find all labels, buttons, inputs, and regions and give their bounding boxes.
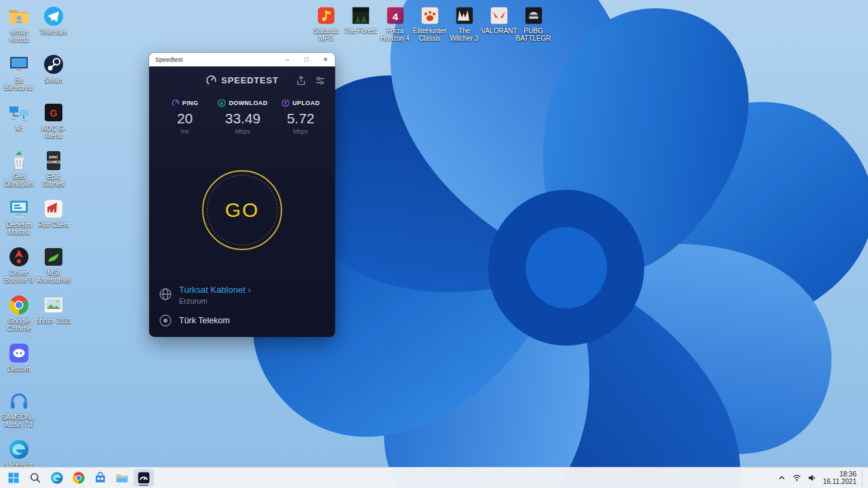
go-button[interactable]: GO <box>202 170 282 250</box>
desktop-icon-column-1: orhan yilmazBu BilgisayarAğGeri Dönüşüm … <box>1 3 37 484</box>
desktop-icon-saltanat[interactable]: Saltanat MP3 <box>309 3 343 47</box>
desktop-icon-riot-client[interactable]: Riot Client <box>36 195 71 243</box>
desktop-icon-label: Geri Dönüşüm Kutusu <box>1 173 37 188</box>
desktop: orhan yilmazBu BilgisayarAğGeri Dönüşüm … <box>0 0 868 488</box>
go-label: GO <box>225 199 260 222</box>
desktop-icon-aoc-gmenu[interactable]: GAOC G-Menu <box>36 99 71 147</box>
desktop-icon-label: Driver Booster 9 <box>1 269 37 284</box>
isp-row[interactable]: Turksat Kablonet › Erzurum <box>159 283 326 305</box>
desktop-icon-control-panel[interactable]: Denetim Masası <box>1 195 37 243</box>
desktop-icon-this-pc[interactable]: Bu Bilgisayar <box>1 51 37 99</box>
desktop-icon-msi-afterburner[interactable]: MSI Afterburner <box>36 243 71 291</box>
desktop-icon-label: PUBG BATTLEGR... <box>516 27 551 42</box>
photo-icon <box>43 294 64 316</box>
window-title: Speedtest <box>149 56 278 63</box>
taskbar-file-explorer-app[interactable] <box>112 469 132 487</box>
maximize-button[interactable]: □ <box>297 53 316 66</box>
share-button[interactable] <box>296 75 308 87</box>
taskbar-search-button[interactable] <box>25 469 45 487</box>
desktop-icon-label: The Forest <box>344 27 376 35</box>
desktop-icon-steam[interactable]: Steam <box>36 51 71 99</box>
forest-icon <box>351 5 371 26</box>
desktop-icon-headphones[interactable]: SAMSON... Audio 7.1 <box>1 388 37 436</box>
headphones-icon <box>8 390 30 412</box>
desktop-icon-label: The Witcher 3 Wild Hunt <box>447 27 481 43</box>
search-icon <box>28 471 42 485</box>
clock[interactable]: 18:36 16.11.2021 <box>823 470 856 485</box>
taskbar-start-button[interactable] <box>3 469 24 487</box>
this-pc-icon <box>8 54 30 75</box>
forza-icon: 4 <box>385 5 406 26</box>
network-icon <box>8 102 30 123</box>
taskbar: 18:36 16.11.2021 <box>0 467 868 488</box>
svg-text:G: G <box>50 108 58 119</box>
desktop-icon-forza[interactable]: 4Forza Horizon 4 <box>378 3 412 47</box>
taskbar-speedtest-app[interactable] <box>134 469 154 487</box>
desktop-icon-chrome[interactable]: Google Chrome <box>1 291 37 340</box>
close-button[interactable]: ✕ <box>316 53 335 66</box>
server-name: Türk Telekom <box>179 316 230 325</box>
desktop-icon-label: Bu Bilgisayar <box>1 77 37 92</box>
desktop-icon-column-2: TelegramSteamGAOC G-MenuEPICGAMESEpic Ga… <box>36 3 71 340</box>
desktop-icon-network[interactable]: Ağ <box>1 99 37 147</box>
desktop-icon-label: orhan yilmaz <box>1 28 37 43</box>
speedtest-brand: SPEEDTEST <box>221 75 279 85</box>
system-tray: 18:36 16.11.2021 <box>774 469 865 487</box>
minimize-button[interactable]: – <box>278 53 297 66</box>
stat-value: 20 <box>177 110 193 127</box>
network-icon[interactable] <box>789 469 804 487</box>
svg-text:EPIC: EPIC <box>50 155 58 159</box>
isp-location: Erzurum <box>179 297 251 305</box>
server-row[interactable]: Türk Telekom <box>159 314 326 327</box>
show-desktop-button[interactable] <box>862 469 865 487</box>
taskbar-store-app[interactable] <box>90 469 111 487</box>
desktop-icon-pubg[interactable]: PUBG BATTLEGR... <box>516 3 551 47</box>
taskbar-edge-app[interactable] <box>47 469 67 487</box>
isp-chevron-icon: › <box>248 285 250 295</box>
desktop-icon-elitehunter[interactable]: EliteHunter Classis <box>412 3 447 47</box>
hidden-icons-chevron[interactable] <box>774 469 789 487</box>
stat-label: PING <box>182 100 199 106</box>
stat-unit: ms <box>181 128 189 135</box>
connection-info: Turksat Kablonet › Erzurum Türk Telekom <box>159 283 326 327</box>
stat-unit: Mbps <box>293 128 308 135</box>
desktop-icon-user-folder[interactable]: orhan yilmaz <box>1 3 37 51</box>
desktop-icon-label: photo_2021_... <box>36 317 71 325</box>
upload-icon <box>281 99 290 107</box>
window-titlebar[interactable]: Speedtest – □ ✕ <box>149 53 335 66</box>
volume-icon[interactable] <box>804 469 819 487</box>
desktop-icon-label: Epic Games Launcher <box>36 173 71 188</box>
desktop-icon-label: Riot Client <box>38 221 69 228</box>
desktop-icon-label: Denetim Masası <box>1 221 37 236</box>
desktop-icon-epic-games[interactable]: EPICGAMESEpic Games Launcher <box>36 147 71 195</box>
upload-stat: UPLOAD5.72Mbps <box>272 99 330 135</box>
download-stat: DOWNLOAD33.49Mbps <box>214 99 271 135</box>
desktop-icon-valorant[interactable]: VALORANT <box>481 3 516 47</box>
server-icon <box>159 314 172 327</box>
desktop-icon-telegram[interactable]: Telegram <box>36 3 71 51</box>
desktop-icon-label: SAMSON... Audio 7.1 <box>1 413 37 428</box>
edge-icon <box>8 439 30 460</box>
desktop-icon-recycle-bin[interactable]: Geri Dönüşüm Kutusu <box>1 147 37 195</box>
desktop-icon-forest[interactable]: The Forest <box>343 3 378 47</box>
speedtest-app-icon <box>137 471 151 485</box>
desktop-icon-top-row: Saltanat MP3The Forest4Forza Horizon 4El… <box>309 3 551 47</box>
desktop-icon-discord[interactable]: Discord <box>1 340 37 388</box>
aoc-gmenu-icon: G <box>43 102 64 123</box>
taskbar-chrome-app[interactable] <box>68 469 89 487</box>
driver-booster-icon <box>8 246 30 268</box>
desktop-icon-driver-booster[interactable]: Driver Booster 9 <box>1 243 37 291</box>
ping-stat: PING20ms <box>156 99 214 135</box>
control-panel-icon <box>8 198 30 220</box>
download-icon <box>218 99 226 107</box>
desktop-icon-label: Google Chrome <box>1 317 37 332</box>
settings-button[interactable] <box>315 75 327 87</box>
desktop-icon-label: Steam <box>44 77 64 84</box>
chrome-icon <box>8 294 30 316</box>
desktop-icon-photo[interactable]: photo_2021_... <box>36 291 71 340</box>
desktop-icon-label: AOC G-Menu <box>36 125 71 140</box>
tray-date: 16.11.2021 <box>823 478 856 485</box>
desktop-icon-witcher3[interactable]: The Witcher 3 Wild Hunt <box>447 3 481 47</box>
recycle-bin-icon <box>8 150 30 171</box>
telegram-icon <box>43 5 64 27</box>
